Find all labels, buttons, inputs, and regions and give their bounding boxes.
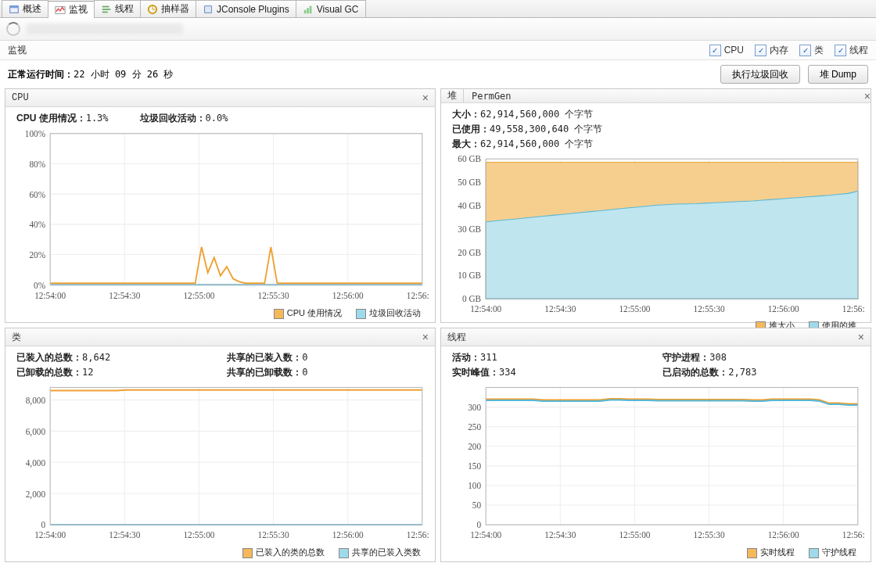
- close-icon[interactable]: ×: [858, 331, 864, 343]
- svg-text:40 GB: 40 GB: [458, 201, 481, 210]
- checkbox-线程[interactable]: ✓线程: [835, 44, 868, 57]
- svg-text:12:55:00: 12:55:00: [619, 530, 650, 540]
- svg-text:50: 50: [472, 500, 481, 511]
- classes-panel: 类 × 已装入的总数：8,642 共享的已装入数：0 已卸载的总数：12 共享的…: [5, 328, 436, 562]
- svg-text:0 GB: 0 GB: [462, 294, 482, 303]
- gc-icon: [303, 4, 314, 15]
- heap-panel-header: 堆 PermGen ×: [441, 89, 871, 103]
- svg-text:12:55:30: 12:55:30: [694, 304, 725, 314]
- cpu-stats: CPU 使用情况：1.3% 垃圾回收活动：0.0%: [5, 107, 435, 127]
- checkbox-label: 类: [814, 44, 824, 57]
- cpu-legend-usage: CPU 使用情况: [287, 308, 342, 317]
- plugin-icon: [203, 4, 214, 15]
- svg-rect-1: [10, 5, 19, 8]
- threads-started-label: 已启动的总数：: [662, 367, 728, 378]
- tab-overview[interactable]: 概述: [2, 0, 48, 17]
- tab-monitor[interactable]: 监视: [48, 1, 95, 18]
- svg-text:12:55:30: 12:55:30: [694, 530, 725, 540]
- tab-label: 监视: [69, 3, 88, 16]
- svg-text:12:55:00: 12:55:00: [619, 304, 650, 314]
- svg-text:12:56:00: 12:56:00: [332, 290, 364, 302]
- metric-checkbox-group: ✓CPU✓内存✓类✓线程: [709, 44, 868, 57]
- checkbox-内存[interactable]: ✓内存: [755, 44, 788, 57]
- heap-panel: 堆 PermGen × 大小：62,914,560,000 个字节 已使用：49…: [440, 88, 871, 323]
- svg-text:60%: 60%: [29, 188, 45, 200]
- svg-text:12:54:00: 12:54:00: [34, 290, 66, 302]
- svg-rect-12: [309, 5, 311, 13]
- threads-live-label: 活动：: [452, 352, 480, 363]
- close-icon[interactable]: ×: [422, 91, 429, 104]
- tab-threads[interactable]: 线程: [94, 0, 141, 17]
- classes-legend-total: 已装入的类的总数: [256, 547, 325, 557]
- cpu-usage-label: CPU 使用情况：: [16, 113, 86, 124]
- svg-rect-11: [307, 8, 309, 13]
- cpu-gc-value: 0.0%: [206, 113, 228, 124]
- action-buttons: 执行垃圾回收 堆 Dump: [720, 65, 868, 84]
- svg-text:8,000: 8,000: [26, 396, 46, 406]
- checkbox-label: 线程: [849, 44, 868, 57]
- svg-text:20%: 20%: [29, 249, 45, 261]
- svg-text:12:54:30: 12:54:30: [544, 530, 576, 540]
- svg-text:12:56:00: 12:56:00: [768, 530, 799, 540]
- overview-icon: [9, 4, 20, 15]
- uptime-row: 正常运行时间：22 小时 09 分 26 秒 执行垃圾回收 堆 Dump: [0, 60, 876, 88]
- tab-label: 概述: [23, 2, 41, 16]
- svg-text:4,000: 4,000: [26, 457, 46, 468]
- classes-unloaded-label: 已卸载的总数：: [16, 367, 82, 378]
- heap-used-label: 已使用：: [452, 124, 490, 134]
- checkbox-CPU[interactable]: ✓CPU: [709, 44, 744, 57]
- svg-text:250: 250: [468, 422, 481, 432]
- svg-text:12:54:30: 12:54:30: [544, 304, 576, 314]
- svg-text:0: 0: [41, 520, 45, 530]
- heap-size-value: 62,914,560,000 个字节: [480, 109, 593, 120]
- tab-sampler[interactable]: 抽样器: [140, 0, 196, 17]
- cpu-legend: CPU 使用情况 垃圾回收活动: [5, 306, 435, 322]
- svg-text:0%: 0%: [34, 279, 45, 291]
- app-title-bar: [0, 18, 876, 41]
- svg-text:12:56:30: 12:56:30: [842, 530, 864, 540]
- checkbox-label: 内存: [770, 44, 788, 57]
- svg-text:6,000: 6,000: [26, 426, 46, 436]
- check-icon: ✓: [835, 45, 846, 56]
- tab-gc[interactable]: Visual GC: [296, 0, 366, 17]
- svg-rect-114: [486, 388, 858, 525]
- threads-legend-live: 实时线程: [760, 547, 795, 557]
- svg-text:12:54:30: 12:54:30: [109, 530, 140, 540]
- cpu-chart: 0%20%40%60%80%100%12:54:0012:54:3012:55:…: [12, 128, 429, 304]
- app-title-obscured: [27, 23, 183, 34]
- threads-peak-value: 334: [499, 367, 516, 378]
- svg-rect-4: [102, 9, 111, 10]
- heap-max-value: 62,914,560,000 个字节: [480, 138, 593, 149]
- checkbox-类[interactable]: ✓类: [799, 44, 824, 57]
- perform-gc-button[interactable]: 执行垃圾回收: [720, 65, 800, 84]
- monitor-icon: [55, 5, 66, 16]
- close-icon[interactable]: ×: [422, 331, 429, 343]
- heap-chart: 0 GB10 GB20 GB30 GB40 GB50 GB60 GB12:54:…: [447, 154, 864, 317]
- classes-unloaded-value: 12: [82, 367, 93, 378]
- heap-panel-title[interactable]: 堆: [441, 89, 464, 102]
- svg-text:12:56:30: 12:56:30: [842, 304, 864, 314]
- heap-used-value: 49,558,300,640 个字节: [490, 124, 602, 134]
- heap-permgen-dropdown[interactable]: PermGen: [472, 91, 512, 102]
- svg-text:150: 150: [468, 461, 481, 471]
- cpu-usage-value: 1.3%: [86, 113, 109, 124]
- close-icon[interactable]: ×: [864, 90, 871, 102]
- heap-dump-button[interactable]: 堆 Dump: [808, 65, 868, 84]
- threads-panel-title: 线程: [447, 331, 466, 344]
- svg-text:12:55:00: 12:55:00: [183, 290, 214, 302]
- tab-plugin[interactable]: JConsole Plugins: [196, 0, 296, 17]
- svg-rect-87: [50, 388, 422, 525]
- section-title: 监视: [8, 44, 27, 57]
- classes-panel-title: 类: [12, 331, 21, 344]
- svg-text:80%: 80%: [29, 158, 45, 170]
- loading-icon: [6, 22, 20, 36]
- svg-text:12:56:00: 12:56:00: [768, 304, 799, 314]
- svg-text:20 GB: 20 GB: [458, 248, 481, 257]
- cpu-gc-label: 垃圾回收活动：: [140, 113, 206, 124]
- svg-rect-9: [205, 5, 212, 13]
- svg-text:12:56:00: 12:56:00: [332, 530, 364, 540]
- classes-loaded-value: 8,642: [82, 352, 110, 363]
- threads-daemon-label: 守护进程：: [662, 352, 709, 363]
- svg-rect-3: [102, 5, 110, 7]
- svg-text:12:54:00: 12:54:00: [34, 530, 66, 540]
